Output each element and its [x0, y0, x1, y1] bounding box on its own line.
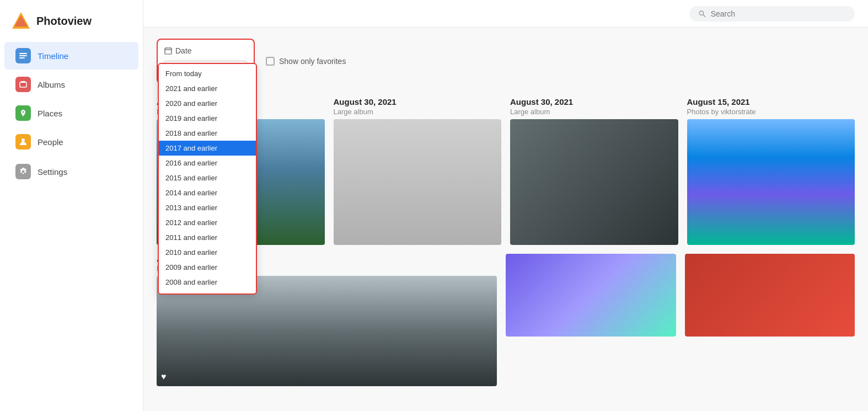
sidebar-item-label: Places	[37, 109, 62, 118]
svg-rect-5	[20, 82, 26, 87]
photo-thumbnail[interactable]	[510, 119, 678, 245]
svg-point-8	[699, 10, 703, 14]
heart-icon: ♥	[161, 372, 167, 382]
timeline-icon	[15, 48, 31, 63]
date-filter-label: Date	[164, 46, 247, 55]
dropdown-option[interactable]: 2011 and earlier	[159, 230, 256, 245]
dropdown-option[interactable]: 2010 and earlier	[159, 245, 256, 260]
sidebar-item-label: Settings	[37, 167, 67, 177]
sidebar-item-places[interactable]: Places	[4, 99, 138, 127]
places-icon	[15, 105, 31, 121]
sidebar-item-timeline[interactable]: Timeline	[4, 42, 138, 70]
favorites-label: Show only favorites	[279, 57, 346, 66]
settings-icon	[15, 164, 31, 179]
photo-thumbnail[interactable]	[506, 254, 676, 337]
dropdown-option[interactable]: 2019 and earlier	[159, 111, 256, 126]
photo-thumbnail[interactable]	[687, 119, 855, 245]
dropdown-option[interactable]: 2015 and earlier	[159, 170, 256, 185]
calendar-icon	[164, 47, 172, 55]
svg-point-7	[22, 138, 25, 142]
albums-icon	[15, 77, 31, 92]
svg-rect-4	[19, 57, 25, 58]
date-filter-container: Date From today2021 and earlier2020 and …	[157, 39, 255, 84]
dropdown-option[interactable]: 2016 and earlier	[159, 156, 256, 170]
sidebar-item-label: Albums	[37, 80, 65, 89]
dropdown-option[interactable]: 2012 and earlier	[159, 215, 256, 230]
content-area: Date From today2021 and earlier2020 and …	[143, 28, 868, 411]
dropdown-option[interactable]: 2013 and earlier	[159, 200, 256, 215]
photo-group	[506, 254, 676, 386]
favorites-toggle[interactable]: Show only favorites	[266, 57, 346, 66]
svg-line-9	[703, 14, 705, 17]
app-logo: Photoview	[0, 7, 143, 42]
dropdown-option[interactable]: 2018 and earlier	[159, 126, 256, 141]
photo-group	[685, 254, 855, 386]
dropdown-option[interactable]: From today	[159, 66, 256, 81]
sidebar: Photoview Timeline Albums Places People	[0, 0, 143, 411]
photo-group: August 30, 2021Large album	[334, 97, 502, 245]
sidebar-nav: Timeline Albums Places People Settings	[0, 42, 143, 185]
dropdown-option[interactable]: 2020 and earlier	[159, 96, 256, 111]
main-content: Date From today2021 and earlier2020 and …	[143, 0, 868, 411]
photo-thumbnail[interactable]	[685, 254, 855, 337]
photo-group: August 15, 2021Photos by viktorstrate	[687, 97, 855, 245]
photo-group: August 30, 2021Large album	[510, 97, 678, 245]
dropdown-option[interactable]: 2021 and earlier	[159, 81, 256, 96]
favorites-checkbox[interactable]	[266, 57, 275, 66]
app-logo-icon	[11, 11, 31, 31]
sidebar-item-albums[interactable]: Albums	[4, 71, 138, 98]
photo-date-title: August 30, 2021	[510, 97, 678, 106]
photo-album-subtitle: Large album	[334, 108, 502, 116]
filter-bar: Date From today2021 and earlier2020 and …	[157, 39, 855, 84]
dropdown-option[interactable]: 2007 and earlier	[159, 290, 256, 295]
header	[143, 0, 868, 28]
dropdown-option[interactable]: 2009 and earlier	[159, 260, 256, 275]
sidebar-item-settings[interactable]: Settings	[4, 158, 138, 185]
svg-rect-6	[21, 81, 25, 83]
search-bar[interactable]	[689, 6, 855, 22]
photo-date-title: August 30, 2021	[334, 97, 502, 106]
photo-album-subtitle: Photos by viktorstrate	[687, 108, 855, 116]
search-icon	[698, 9, 706, 18]
photo-grid-row2: August 11, 2021Photos by viktorstrate♥	[157, 254, 855, 386]
sidebar-item-label: People	[37, 137, 63, 147]
photo-grid-row1: August 30, 2021Large albumAugust 30, 202…	[157, 97, 855, 245]
date-dropdown[interactable]: From today2021 and earlier2020 and earli…	[158, 63, 257, 295]
sidebar-item-people[interactable]: People	[4, 128, 138, 156]
photo-album-subtitle: Large album	[510, 108, 678, 116]
svg-rect-2	[19, 53, 27, 54]
svg-rect-10	[165, 48, 172, 54]
photo-thumbnail[interactable]	[334, 119, 502, 245]
dropdown-option[interactable]: 2008 and earlier	[159, 275, 256, 290]
app-name: Photoview	[36, 15, 92, 28]
photo-date-title: August 15, 2021	[687, 97, 855, 106]
svg-rect-3	[19, 55, 27, 56]
search-input[interactable]	[711, 9, 846, 18]
dropdown-option[interactable]: 2017 and earlier	[159, 141, 256, 156]
dropdown-option[interactable]: 2014 and earlier	[159, 185, 256, 200]
sidebar-item-label: Timeline	[37, 51, 68, 61]
people-icon	[15, 134, 31, 150]
